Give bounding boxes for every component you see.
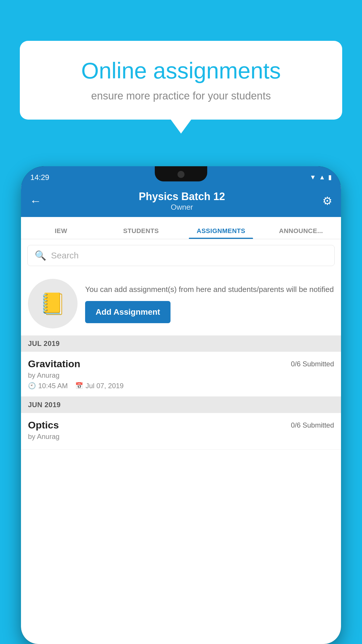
search-icon: 🔍 [35, 250, 46, 261]
header-title-area: Physics Batch 12 Owner [139, 190, 225, 212]
phone-frame: 14:29 ▼ ▲ ▮ ← Physics Batch 12 Owner ⚙ I… [21, 166, 341, 644]
app-screen: ← Physics Batch 12 Owner ⚙ IEW STUDENTS … [21, 185, 341, 644]
assignment-time-gravitation: 🕙 10:45 AM [28, 382, 68, 390]
assignment-date-gravitation: 📅 Jul 07, 2019 [75, 382, 124, 390]
assignment-by-gravitation: by Anurag [28, 371, 334, 379]
speech-bubble-subtitle: ensure more practice for your students [40, 90, 322, 102]
speech-bubble-container: Online assignments ensure more practice … [20, 41, 342, 120]
search-placeholder: Search [51, 251, 79, 260]
assignment-submitted-optics: 0/6 Submitted [291, 421, 334, 429]
assignment-name-optics: Optics [28, 419, 59, 431]
section-month-jun: JUN 2019 [28, 401, 61, 409]
header-subtitle: Owner [139, 203, 225, 212]
clock-icon: 🕙 [28, 382, 36, 390]
search-container: 🔍 Search [21, 239, 341, 272]
assignment-name-gravitation: Gravitation [28, 358, 80, 370]
assignment-by-optics: by Anurag [28, 433, 334, 441]
calendar-icon: 📅 [75, 382, 83, 390]
promo-text-area: You can add assignment(s) from here and … [85, 284, 334, 323]
wifi-icon: ▼ [310, 174, 316, 181]
tab-iew[interactable]: IEW [21, 227, 101, 239]
assignment-meta-gravitation: 🕙 10:45 AM 📅 Jul 07, 2019 [28, 382, 334, 390]
tabs-bar: IEW STUDENTS ASSIGNMENTS ANNOUNCE... [21, 217, 341, 239]
tab-assignments[interactable]: ASSIGNMENTS [181, 227, 261, 239]
speech-bubble-title: Online assignments [40, 58, 322, 83]
promo-description: You can add assignment(s) from here and … [85, 284, 334, 295]
promo-icon-circle: 📒 [28, 279, 78, 328]
tab-announcements[interactable]: ANNOUNCE... [261, 227, 341, 239]
back-button[interactable]: ← [30, 195, 41, 208]
section-month-jul: JUL 2019 [28, 340, 60, 347]
section-jun-2019: JUN 2019 [21, 397, 341, 413]
app-header: ← Physics Batch 12 Owner ⚙ [21, 185, 341, 217]
settings-icon[interactable]: ⚙ [322, 195, 332, 207]
status-time: 14:29 [30, 173, 49, 182]
tab-students[interactable]: STUDENTS [101, 227, 181, 239]
speech-bubble: Online assignments ensure more practice … [20, 41, 342, 120]
assignment-item-optics[interactable]: Optics 0/6 Submitted by Anurag [21, 413, 341, 450]
add-assignment-button[interactable]: Add Assignment [85, 301, 171, 323]
battery-icon: ▮ [328, 174, 332, 181]
assignment-submitted-gravitation: 0/6 Submitted [291, 360, 334, 368]
assignment-row-top-optics: Optics 0/6 Submitted [28, 419, 334, 431]
assignment-row-top: Gravitation 0/6 Submitted [28, 358, 334, 370]
search-bar[interactable]: 🔍 Search [27, 245, 335, 266]
header-title: Physics Batch 12 [139, 190, 225, 203]
signal-icon: ▲ [319, 174, 325, 181]
notebook-icon: 📒 [40, 291, 66, 316]
phone-camera [178, 171, 184, 178]
phone-notch [155, 166, 207, 181]
status-icons: ▼ ▲ ▮ [310, 174, 332, 181]
assignment-promo: 📒 You can add assignment(s) from here an… [21, 272, 341, 335]
section-jul-2019: JUL 2019 [21, 335, 341, 352]
assignment-item-gravitation[interactable]: Gravitation 0/6 Submitted by Anurag 🕙 10… [21, 352, 341, 397]
